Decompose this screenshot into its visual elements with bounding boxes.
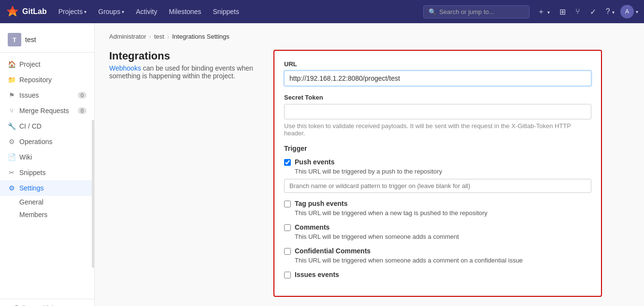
sidebar: T test 🏠 Project 📁 Repository ⚑ Issues 0…: [0, 23, 95, 306]
section-description: Webhooks can be used for binding events …: [109, 64, 254, 80]
issues-icon: ⚑: [8, 91, 15, 99]
sidebar-item-cicd[interactable]: 🔧 CI / CD: [0, 118, 94, 134]
nav-snippets[interactable]: Snippets: [209, 5, 243, 18]
trigger-label: Trigger: [284, 145, 591, 152]
right-column: URL Secret Token Use this token to valid…: [273, 50, 630, 306]
breadcrumb: Administrator › test › Integrations Sett…: [109, 33, 630, 40]
brand-logo[interactable]: GitLab: [6, 5, 47, 18]
trigger-comments: Comments This URL will be triggered when…: [284, 223, 591, 240]
merge-requests-badge: 0: [78, 107, 86, 114]
search-placeholder: Search or jump to...: [439, 8, 494, 15]
sidebar-item-snippets[interactable]: ✂ Snippets: [0, 165, 94, 180]
sidebar-user: T test: [0, 27, 94, 53]
trigger-confidential-row: Confidential Comments: [284, 247, 591, 255]
sidebar-item-issues[interactable]: ⚑ Issues 0: [0, 87, 94, 103]
tag-push-events-desc: This URL will be triggered when a new ta…: [284, 209, 591, 217]
brand-name: GitLab: [22, 7, 47, 16]
integrations-form-panel: URL Secret Token Use this token to valid…: [273, 50, 602, 297]
breadcrumb-sep-1: ›: [149, 33, 151, 40]
cicd-icon: 🔧: [8, 122, 15, 130]
layout-icon-btn[interactable]: ⊞: [556, 4, 570, 19]
check-icon-btn[interactable]: ✓: [586, 4, 600, 19]
content-row: Integrations Webhooks can be used for bi…: [109, 50, 630, 306]
collapse-icon: «: [8, 304, 11, 306]
projects-chevron-icon: ▾: [84, 9, 86, 15]
page-layout: T test 🏠 Project 📁 Repository ⚑ Issues 0…: [0, 23, 644, 306]
sidebar-scrollbar[interactable]: [92, 120, 94, 268]
sidebar-collapse-button[interactable]: « Collapse sidebar: [0, 299, 94, 306]
sidebar-sub-members[interactable]: Members: [0, 208, 94, 221]
layout-icon: ⊞: [559, 8, 566, 16]
checkmark-icon: ✓: [590, 8, 596, 16]
trigger-push-events: Push events This URL will be triggered b…: [284, 158, 591, 193]
trigger-tag-push-events: Tag push events This URL will be trigger…: [284, 200, 591, 217]
tag-push-events-name: Tag push events: [295, 200, 347, 207]
nav-groups[interactable]: Groups ▾: [94, 5, 128, 18]
sidebar-item-settings[interactable]: ⚙ Settings: [0, 180, 94, 196]
svg-marker-1: [11, 6, 14, 10]
push-events-checkbox[interactable]: [284, 159, 291, 166]
breadcrumb-admin[interactable]: Administrator: [109, 33, 146, 40]
page-title: Integrations: [109, 50, 254, 62]
nav-projects[interactable]: Projects ▾: [55, 5, 91, 18]
help-chevron-icon: ▾: [612, 10, 615, 15]
confidential-comments-name: Confidential Comments: [295, 247, 371, 255]
gitlab-logo-icon: [6, 5, 19, 18]
sidebar-item-repository[interactable]: 📁 Repository: [0, 72, 94, 87]
plus-icon: ＋: [537, 7, 545, 15]
avatar-chevron-icon: ▾: [636, 9, 638, 15]
confidential-comments-desc: This URL will be triggered when someone …: [284, 257, 591, 264]
left-column: Integrations Webhooks can be used for bi…: [109, 50, 254, 91]
tag-push-events-checkbox[interactable]: [284, 201, 291, 207]
url-input[interactable]: [284, 71, 591, 86]
push-events-name: Push events: [295, 158, 334, 166]
sidebar-sub-general[interactable]: General: [0, 196, 94, 208]
issues-badge: 0: [78, 92, 86, 99]
main-content: Administrator › test › Integrations Sett…: [95, 23, 644, 306]
url-label: URL: [284, 60, 591, 68]
webhooks-link[interactable]: Webhooks: [109, 64, 141, 72]
help-icon: ?: [606, 7, 610, 15]
settings-icon: ⚙: [8, 184, 15, 192]
comments-checkbox[interactable]: [284, 224, 291, 231]
trigger-confidential-comments: Confidential Comments This URL will be t…: [284, 247, 591, 264]
plus-chevron-icon: ▾: [547, 10, 550, 15]
help-icon-btn[interactable]: ? ▾: [602, 4, 618, 19]
trigger-issues-events: Issues events: [284, 271, 591, 278]
user-avatar[interactable]: A: [620, 5, 634, 18]
repository-icon: 📁: [8, 76, 15, 84]
search-bar[interactable]: 🔍 Search or jump to...: [423, 5, 530, 18]
wiki-icon: 📄: [8, 153, 15, 161]
snippets-icon: ✂: [8, 169, 15, 176]
groups-chevron-icon: ▾: [122, 9, 124, 15]
issues-events-name: Issues events: [295, 271, 339, 278]
breadcrumb-test[interactable]: test: [154, 33, 164, 40]
trigger-group: Trigger Push events This URL will be tri…: [284, 145, 591, 278]
secret-token-label: Secret Token: [284, 94, 591, 101]
merge-icon-btn[interactable]: ⑂: [572, 4, 584, 19]
search-icon: 🔍: [429, 8, 436, 15]
sidebar-item-merge-requests[interactable]: ⑂ Merge Requests 0: [0, 103, 94, 118]
plus-icon-btn[interactable]: ＋ ▾: [533, 4, 553, 20]
breadcrumb-sep-2: ›: [167, 33, 169, 40]
sidebar-item-operations[interactable]: ⚙ Operations: [0, 134, 94, 149]
nav-activity[interactable]: Activity: [132, 5, 161, 18]
operations-icon: ⚙: [8, 138, 15, 146]
confidential-comments-checkbox[interactable]: [284, 248, 291, 255]
issues-events-checkbox[interactable]: [284, 272, 291, 278]
secret-token-input[interactable]: [284, 104, 591, 119]
avatar: T: [8, 33, 21, 46]
secret-token-form-group: Secret Token Use this token to validate …: [284, 94, 591, 137]
url-form-group: URL: [284, 60, 591, 86]
sidebar-item-project[interactable]: 🏠 Project: [0, 57, 94, 72]
nav-milestones[interactable]: Milestones: [165, 5, 205, 18]
comments-desc: This URL will be triggered when someone …: [284, 233, 591, 240]
project-icon: 🏠: [8, 60, 15, 68]
sidebar-username: test: [25, 36, 36, 44]
trigger-push-row: Push events: [284, 158, 591, 166]
branch-input[interactable]: [284, 179, 591, 193]
sidebar-item-wiki[interactable]: 📄 Wiki: [0, 149, 94, 165]
top-nav: GitLab Projects ▾ Groups ▾ Activity Mile…: [0, 0, 644, 23]
merge-request-icon: ⑂: [575, 7, 580, 15]
trigger-comments-row: Comments: [284, 223, 591, 231]
